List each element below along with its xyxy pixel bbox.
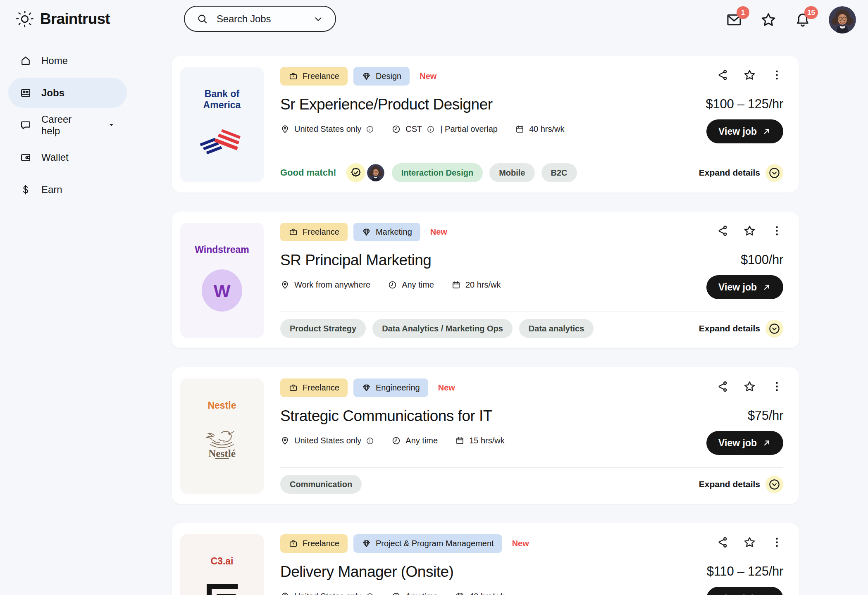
share-icon	[716, 536, 729, 549]
company-tile: C3.ai	[180, 534, 264, 595]
kebab-icon	[770, 224, 783, 237]
search-jobs-combobox[interactable]: Search Jobs	[184, 6, 336, 32]
info-icon[interactable]	[366, 437, 374, 445]
nestle-logo: Nestlé	[199, 425, 245, 464]
sidebar-nav: Home Jobs Career help Wallet Earn	[8, 45, 127, 205]
share-button[interactable]	[716, 380, 729, 393]
job-meta-item: Any time	[391, 592, 438, 595]
star-icon	[743, 69, 756, 81]
caret-down-icon	[107, 121, 115, 129]
share-button[interactable]	[716, 69, 729, 81]
job-meta-item: 20 hrs/wk	[451, 280, 501, 290]
sidebar-item-wallet[interactable]: Wallet	[8, 142, 127, 172]
info-icon[interactable]	[366, 593, 374, 595]
view-job-button[interactable]: View job	[706, 275, 783, 299]
windstream-logo: W	[198, 269, 246, 312]
job-category-badge: Design	[353, 67, 410, 86]
jobs-icon	[20, 87, 31, 99]
expand-details-button[interactable]: Expand details	[699, 164, 783, 182]
clock-icon	[391, 436, 401, 445]
sidebar-item-career-help[interactable]: Career help	[8, 110, 127, 140]
briefcase-icon	[289, 383, 298, 393]
card-divider	[280, 312, 783, 312]
sidebar-item-earn[interactable]: Earn	[8, 174, 127, 205]
favorite-job-button[interactable]	[743, 380, 756, 393]
bank-of-america-logo	[196, 125, 248, 163]
c3ai-logo	[200, 581, 243, 595]
top-bar: Braintrust Search Jobs 1 15	[0, 0, 868, 41]
skill-tag: Data analytics	[519, 319, 594, 338]
notifications-button[interactable]: 15	[794, 12, 811, 28]
share-button[interactable]	[716, 224, 729, 237]
location-pin-icon	[280, 436, 290, 445]
company-name: Windstream	[189, 244, 255, 255]
chevron-down-icon[interactable]	[313, 14, 324, 24]
chevron-down-circle-icon	[765, 320, 783, 338]
job-category-badge: Engineering	[353, 378, 428, 397]
favorite-job-button[interactable]	[743, 536, 756, 549]
brand[interactable]: Braintrust	[15, 9, 110, 29]
more-options-button[interactable]	[770, 536, 783, 549]
job-title[interactable]: SR Principal Marketing	[280, 252, 501, 269]
gem-icon	[362, 71, 371, 81]
job-title[interactable]: Delivery Manager (Onsite)	[280, 563, 529, 581]
skill-tag: Interaction Design	[392, 163, 483, 182]
job-meta-row: United States onlyAny time40 hrs/wk	[280, 592, 529, 595]
job-card: Nestle Nestlé Freelance Engineering	[172, 367, 799, 504]
kebab-icon	[770, 69, 783, 81]
favorite-job-button[interactable]	[743, 69, 756, 81]
job-meta-item: 40 hrs/wk	[515, 124, 565, 134]
job-meta-item: Any time	[391, 436, 438, 445]
share-icon	[716, 224, 729, 237]
job-meta-item: United States only	[280, 436, 374, 445]
messages-button[interactable]: 1	[726, 12, 742, 28]
job-meta-row: United States onlyAny time15 hrs/wk	[280, 436, 505, 445]
star-icon	[760, 12, 777, 28]
new-label: New	[430, 227, 447, 237]
wallet-icon	[20, 152, 31, 163]
dollar-icon	[20, 184, 31, 195]
favorite-job-button[interactable]	[743, 224, 756, 237]
expand-details-button[interactable]: Expand details	[699, 476, 783, 493]
job-title[interactable]: Sr Experience/Product Designer	[280, 96, 565, 113]
info-icon[interactable]	[366, 125, 374, 133]
search-icon	[196, 13, 208, 25]
arrow-up-right-icon	[762, 283, 771, 292]
briefcase-icon	[289, 227, 298, 237]
good-match-label: Good match!	[280, 167, 336, 178]
skill-tag: Communication	[280, 475, 362, 494]
job-title[interactable]: Strategic Communications for IT	[280, 407, 505, 425]
card-divider	[280, 467, 783, 468]
view-job-button[interactable]: View job	[706, 431, 783, 455]
company-tile: Windstream W	[180, 223, 264, 338]
messages-count-badge: 1	[737, 6, 749, 19]
view-job-button[interactable]: View job	[706, 119, 783, 143]
share-button[interactable]	[716, 536, 729, 549]
more-options-button[interactable]	[770, 69, 783, 81]
more-options-button[interactable]	[770, 224, 783, 237]
job-list: Bank of America Freelance Design	[172, 56, 799, 595]
location-pin-icon	[280, 124, 290, 134]
clock-icon	[388, 280, 397, 290]
more-options-button[interactable]	[770, 380, 783, 393]
gem-icon	[362, 227, 371, 237]
gem-icon	[362, 539, 371, 548]
calendar-icon	[515, 124, 525, 134]
sidebar-item-home[interactable]: Home	[8, 45, 127, 76]
job-meta-row: Work from anywhereAny time20 hrs/wk	[280, 280, 501, 290]
job-type-badge: Freelance	[280, 223, 348, 241]
user-avatar[interactable]	[829, 6, 856, 33]
new-label: New	[512, 539, 529, 548]
sidebar-item-jobs[interactable]: Jobs	[8, 78, 127, 108]
expand-details-button[interactable]: Expand details	[699, 320, 783, 338]
favorites-button[interactable]	[760, 12, 777, 28]
company-name: C3.ai	[205, 556, 239, 567]
svg-text:W: W	[214, 281, 231, 301]
view-job-button[interactable]: View job	[706, 587, 783, 595]
job-rate: $75/hr	[748, 408, 783, 423]
star-icon	[743, 380, 756, 393]
job-meta-item: CST| Partial overlap	[391, 124, 498, 134]
info-icon[interactable]	[427, 125, 435, 133]
calendar-icon	[455, 592, 465, 595]
job-meta-item: Work from anywhere	[280, 280, 370, 290]
